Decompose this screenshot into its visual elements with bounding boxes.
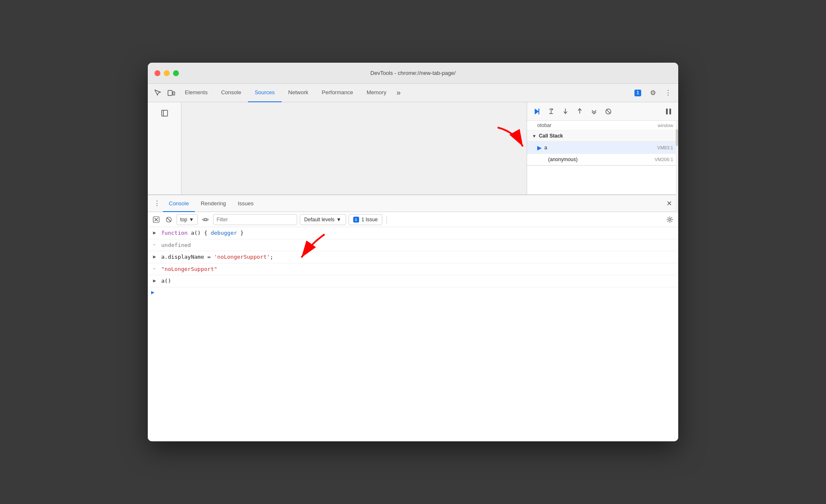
issues-dot: 1 [353,217,359,223]
console-settings-button[interactable] [665,215,675,225]
console-content: ▶ function a() { debugger } ← undefined … [148,227,678,441]
maximize-button[interactable] [173,70,179,76]
console-line-5-content: a() [161,277,675,285]
eye-button[interactable] [200,215,210,225]
console-line-4-content: "noLongerSupport" [161,265,675,273]
callstack-row-anonymous[interactable]: (anonymous) VM206:1 [527,154,678,165]
issues-count-badge: 1 [634,90,641,96]
console-line-2-content: undefined [161,241,675,249]
svg-line-9 [606,109,610,114]
console-tab-bar: ⋮ Console Rendering Issues ✕ [148,195,678,212]
debug-panel-scrollbar[interactable] [676,121,678,213]
toolbar-separator [386,215,387,224]
console-line-1: ▶ function a() { debugger } [148,227,678,239]
svg-rect-0 [168,90,172,95]
console-line-3-content: a.displayName = 'noLongerSupport'; [161,253,675,261]
return-icon-4: ← [148,265,161,271]
svg-rect-2 [162,110,168,116]
expand-icon-1[interactable]: ▶ [148,229,161,236]
deactivate-breakpoints-button[interactable] [602,105,615,118]
console-toolbar: top ▼ Default levels ▼ 1 [148,212,678,227]
callstack-row-a[interactable]: ▶ a VM83:1 [527,142,678,154]
context-selector[interactable]: top ▼ [176,214,198,225]
debug-toolbar [527,102,678,121]
sources-sidebar [148,102,181,194]
issues-button[interactable]: 1 1 Issue [349,214,383,225]
pause-on-exceptions-button[interactable] [662,105,675,118]
step-over-button[interactable] [545,105,557,118]
tab-performance[interactable]: Performance [315,84,360,102]
step-into-button[interactable] [559,105,572,118]
sources-panel: otobar window ▼ Call Stack ▶ a V [148,102,678,195]
overflow-menu-button[interactable]: ⋮ [661,86,675,100]
filter-input[interactable] [213,214,297,225]
console-line-3: ▶ a.displayName = 'noLongerSupport'; [148,251,678,263]
console-cursor-line: ▶ [148,287,678,297]
svg-rect-11 [669,109,671,114]
callstack-prev-row: otobar window [527,121,678,130]
titlebar: DevTools - chrome://new-tab-page/ [148,63,678,84]
console-line-5: ▶ a() [148,275,678,287]
devtools-tab-bar: Elements Console Sources Network Perform… [148,84,678,102]
tab-sources[interactable]: Sources [248,84,282,102]
callstack-header[interactable]: ▼ Call Stack [527,130,678,142]
scrollbar-thumb [676,129,678,146]
minimize-button[interactable] [164,70,170,76]
console-prompt: ▶ [151,289,155,295]
toggle-sidebar-button[interactable] [157,106,172,121]
step-out-button[interactable] [573,105,586,118]
debug-panel: otobar window ▼ Call Stack ▶ a V [527,102,678,194]
devtools-body: otobar window ▼ Call Stack ▶ a V [148,102,678,441]
device-toggle-button[interactable] [165,86,178,100]
close-button[interactable] [155,70,160,76]
expand-icon-3[interactable]: ▶ [148,253,161,260]
console-close-button[interactable]: ✕ [663,198,675,210]
console-line-1-content: function a() { debugger } [161,229,675,237]
console-panel: ⋮ Console Rendering Issues ✕ [148,195,678,441]
devtools-window: DevTools - chrome://new-tab-page/ Elemen… [148,63,678,441]
svg-line-17 [167,218,171,222]
svg-point-19 [669,218,671,220]
inspect-element-button[interactable] [151,86,165,100]
default-levels-button[interactable]: Default levels ▼ [300,214,346,225]
tab-memory[interactable]: Memory [360,84,393,102]
svg-rect-5 [538,109,539,114]
devtools-right-icons: 1 ⚙ ⋮ [631,86,675,100]
window-controls [155,70,179,76]
svg-rect-1 [173,92,175,95]
return-icon-2: ← [148,241,161,247]
tab-elements[interactable]: Elements [178,84,214,102]
svg-marker-4 [535,109,539,114]
issues-badge-button[interactable]: 1 [631,88,645,98]
svg-point-18 [204,218,206,220]
callstack-current-arrow: ▶ [537,144,542,151]
console-menu-button[interactable]: ⋮ [151,198,163,210]
tab-issues[interactable]: Issues [232,195,260,212]
tab-console[interactable]: Console [214,84,248,102]
console-line-2: ← undefined [148,239,678,252]
tab-console-bottom[interactable]: Console [163,195,195,212]
step-button[interactable] [588,105,600,118]
svg-rect-10 [666,109,668,114]
tab-rendering[interactable]: Rendering [195,195,232,212]
sources-editor [181,102,527,194]
expand-icon-5[interactable]: ▶ [148,277,161,284]
settings-button[interactable]: ⚙ [646,86,660,100]
resume-button[interactable] [530,105,543,118]
tab-network[interactable]: Network [282,84,315,102]
callstack-section: otobar window ▼ Call Stack ▶ a V [527,121,678,166]
clear-console-button[interactable] [151,215,161,225]
console-line-4: ← "noLongerSupport" [148,263,678,276]
more-tabs-button[interactable]: » [393,84,404,102]
block-network-button[interactable] [164,215,174,225]
window-title: DevTools - chrome://new-tab-page/ [370,70,456,76]
